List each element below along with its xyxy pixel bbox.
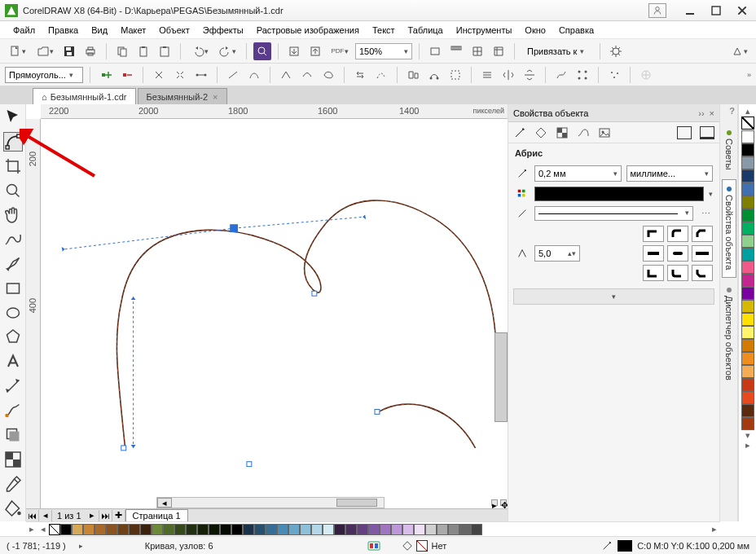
outline-tab-icon[interactable] — [513, 126, 526, 139]
minimize-button[interactable] — [681, 3, 699, 18]
menu-tools[interactable]: Инструменты — [450, 24, 519, 37]
palette-color[interactable] — [741, 352, 754, 365]
outline-width-combo[interactable]: 0,2 мм▾ — [534, 165, 622, 182]
reduce-nodes-button[interactable] — [605, 66, 623, 84]
menu-table[interactable]: Таблица — [402, 24, 450, 37]
connector-tool[interactable] — [3, 401, 23, 420]
freehand-tool[interactable] — [3, 230, 23, 249]
symmetric-node-button[interactable] — [319, 66, 337, 84]
launch-button[interactable]: ▾ — [727, 42, 751, 60]
menu-layout[interactable]: Макет — [114, 24, 152, 37]
palette-color[interactable] — [741, 169, 754, 182]
corner-miter2[interactable] — [643, 265, 664, 281]
fill-tab-icon[interactable] — [534, 126, 547, 139]
pick-tool[interactable] — [3, 108, 23, 127]
corner-round2[interactable] — [667, 265, 688, 281]
options-button[interactable] — [607, 42, 625, 60]
palette-color[interactable] — [741, 274, 754, 287]
palette-color[interactable] — [345, 524, 357, 535]
scroll-thumb[interactable] — [336, 499, 377, 507]
select-all-nodes-button[interactable] — [574, 66, 591, 84]
bitmap-tab-icon[interactable] — [598, 126, 611, 139]
palette-color[interactable] — [288, 524, 300, 535]
artistic-media-tool[interactable] — [3, 254, 23, 274]
palette-color[interactable] — [425, 524, 437, 535]
page-tab-1[interactable]: Страница 1 — [125, 509, 188, 521]
palette-color[interactable] — [300, 524, 311, 535]
palette-color[interactable] — [437, 524, 448, 535]
palette-color[interactable] — [277, 524, 288, 535]
palette-color[interactable] — [254, 524, 266, 535]
zoom-tool[interactable] — [3, 181, 23, 200]
cap-square[interactable] — [692, 245, 713, 262]
import-button[interactable] — [285, 42, 303, 60]
transparency-tab-icon[interactable] — [556, 126, 569, 139]
export-button[interactable] — [306, 42, 324, 60]
dropshadow-tool[interactable] — [3, 425, 23, 445]
user-account-button[interactable] — [648, 3, 666, 18]
palette-color[interactable] — [72, 524, 83, 535]
palette-up[interactable]: ▴ — [739, 106, 756, 116]
menu-text[interactable]: Текст — [366, 24, 402, 37]
status-outline-swatch[interactable] — [618, 540, 632, 552]
reflect-v-button[interactable] — [521, 66, 538, 84]
close-button[interactable] — [733, 3, 751, 18]
join-nodes-button[interactable] — [150, 66, 168, 84]
curve-tab-icon[interactable] — [577, 126, 590, 139]
corner-bevel2[interactable] — [692, 265, 713, 281]
palette-color[interactable] — [741, 365, 754, 378]
palette-color[interactable] — [741, 326, 754, 339]
delete-node-button[interactable] — [118, 66, 136, 84]
palette-color[interactable] — [741, 404, 754, 417]
palette-color[interactable] — [243, 524, 254, 535]
palette-color[interactable] — [357, 524, 368, 535]
palette-color[interactable] — [174, 524, 186, 535]
add-page-button[interactable]: ✚ — [112, 510, 125, 521]
panel-mode-default[interactable] — [677, 126, 692, 139]
transparency-tool[interactable] — [3, 450, 23, 469]
ruler-vertical[interactable]: 200 400 — [26, 119, 41, 508]
eyedropper-tool[interactable] — [3, 474, 23, 494]
extract-subpath-button[interactable] — [404, 66, 422, 84]
overflow-icon[interactable]: » — [747, 71, 751, 79]
palette-color[interactable] — [741, 209, 754, 222]
palette-color[interactable] — [402, 524, 414, 535]
dash-settings-icon[interactable]: ⋯ — [698, 209, 713, 219]
line-to-curve-button[interactable] — [192, 66, 210, 84]
palette-color[interactable] — [60, 524, 72, 535]
corner-round[interactable] — [667, 226, 688, 242]
palette-color[interactable] — [741, 287, 754, 300]
close-curve-button[interactable] — [425, 66, 443, 84]
menu-help[interactable]: Справка — [552, 24, 600, 37]
palette-color[interactable] — [741, 156, 754, 169]
outline-color-caret[interactable]: ▾ — [709, 190, 713, 198]
navigator-button[interactable]: ✥ — [500, 499, 507, 506]
fullscreen-button[interactable] — [426, 42, 444, 60]
menu-edit[interactable]: Правка — [42, 24, 85, 37]
crop-tool[interactable] — [3, 156, 23, 176]
palette-color[interactable] — [414, 524, 425, 535]
palette-color[interactable] — [741, 339, 754, 352]
menu-file[interactable]: Файл — [7, 24, 42, 37]
palette-color[interactable] — [117, 524, 129, 535]
palette-color[interactable] — [266, 524, 277, 535]
miter-limit-field[interactable]: 5,0▴▾ — [534, 245, 580, 262]
help-icon[interactable]: ? — [729, 106, 735, 116]
palette-color[interactable] — [448, 524, 459, 535]
status-coord-caret[interactable]: ▸ — [79, 542, 83, 550]
doc-tab-1[interactable]: ⌂ Безымянный-1.cdr — [33, 88, 136, 104]
bounding-box-button[interactable] — [637, 66, 655, 84]
palette-color[interactable] — [83, 524, 94, 535]
palette-color[interactable] — [459, 524, 471, 535]
extend-curve-button[interactable] — [372, 66, 390, 84]
palette-color[interactable] — [323, 524, 334, 535]
fill-tool[interactable] — [3, 499, 23, 518]
palette-color[interactable] — [334, 524, 345, 535]
docker-object-properties[interactable]: Свойства объекта — [722, 179, 736, 277]
palette-color[interactable] — [741, 261, 754, 274]
hpalette-right[interactable]: ▸ — [709, 524, 720, 534]
polygon-tool[interactable] — [3, 328, 23, 347]
grid-button[interactable] — [468, 42, 486, 60]
new-button[interactable]: ▾ — [5, 42, 29, 60]
clipboard-button[interactable] — [156, 42, 174, 60]
